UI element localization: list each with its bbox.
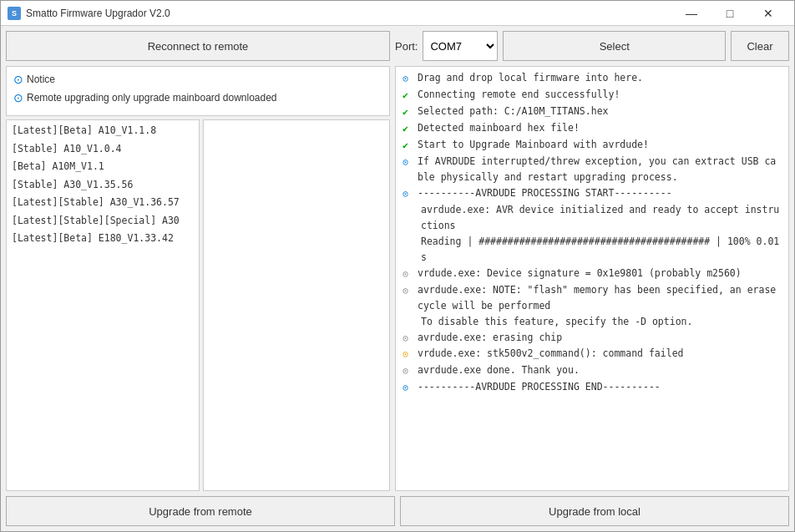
log-icon: ⊙ — [403, 380, 414, 396]
right-top-area: Port: COM7 COM1 COM2 COM3 COM4 COM5 COM6… — [395, 31, 789, 61]
log-icon: ✔ — [403, 121, 414, 137]
log-text: avrdude.exe: AVR device initialized and … — [421, 202, 782, 234]
log-line: avrdude.exe: AVR device initialized and … — [403, 202, 782, 234]
log-icon: ⊙ — [403, 186, 414, 202]
title-bar: S Smatto Firmware Upgrador V2.0 — □ ✕ — [1, 1, 794, 26]
log-text: Reading | ##############################… — [421, 234, 782, 266]
notice-line-2: ⊙ Remote upgrading only upgrade mainboar… — [13, 89, 382, 107]
firmware-list[interactable]: [Latest][Beta] A10_V1.1.8[Stable] A10_V1… — [6, 119, 200, 491]
maximize-button[interactable]: □ — [711, 1, 749, 26]
log-text: To disable this feature, specify the -D … — [421, 314, 692, 330]
log-line: To disable this feature, specify the -D … — [403, 314, 782, 330]
log-text: Connecting remote end successfully! — [418, 87, 620, 103]
reconnect-button[interactable]: Reconnect to remote — [6, 31, 390, 61]
log-text: Drag and drop local firmware into here. — [418, 70, 643, 86]
list-item[interactable]: [Latest][Beta] E180_V1.33.42 — [10, 230, 195, 248]
port-select[interactable]: COM7 COM1 COM2 COM3 COM4 COM5 COM6 COM8 — [423, 31, 498, 61]
left-top-area: Reconnect to remote — [6, 31, 390, 61]
log-line: ⊙----------AVRDUDE PROCESSING END-------… — [403, 379, 782, 396]
log-text: Start to Upgrade Mainboard with avrdude! — [418, 137, 649, 153]
list-item[interactable]: [Stable] A30_V1.35.56 — [10, 176, 195, 195]
firmware-detail — [203, 119, 390, 491]
log-icon: ⊙ — [403, 347, 414, 362]
log-line: ⊙If AVRDUDE interrupted/threw exception,… — [403, 154, 782, 185]
content-area: Reconnect to remote Port: COM7 COM1 COM2… — [1, 26, 794, 531]
log-line: ✔Selected path: C:/A10M_TITANS.hex — [403, 104, 782, 120]
upgrade-remote-button[interactable]: Upgrade from remote — [6, 496, 395, 526]
clear-button[interactable]: Clear — [731, 31, 789, 61]
notice-text-1: Notice — [27, 72, 55, 88]
log-line: ✔Start to Upgrade Mainboard with avrdude… — [403, 137, 782, 154]
log-text: avrdude.exe: NOTE: "flash" memory has be… — [418, 282, 782, 314]
log-line: ⊙avrdude.exe: erasing chip — [403, 330, 782, 347]
log-icon: ⊙ — [403, 363, 414, 379]
window-title: Smatto Firmware Upgrador V2.0 — [26, 8, 672, 19]
log-line: ⊙avrdude.exe: NOTE: "flash" memory has b… — [403, 282, 782, 314]
list-item[interactable]: [Latest][Stable] A30_V1.36.57 — [10, 194, 195, 212]
log-text: If AVRDUDE interrupted/threw exception, … — [418, 154, 782, 185]
right-panel: ⊙Drag and drop local firmware into here.… — [395, 66, 789, 491]
notice-text-2: Remote upgrading only upgrade mainboard … — [27, 90, 277, 106]
left-panel: ⊙ Notice ⊙ Remote upgrading only upgrade… — [6, 66, 390, 491]
log-icon: ✔ — [403, 138, 414, 154]
close-button[interactable]: ✕ — [749, 1, 787, 26]
log-icon: ⊙ — [403, 155, 414, 170]
minimize-button[interactable]: — — [672, 1, 711, 26]
bottom-bar: Upgrade from remote Upgrade from local — [6, 496, 789, 526]
app-icon: S — [8, 7, 21, 20]
notice-box: ⊙ Notice ⊙ Remote upgrading only upgrade… — [6, 66, 390, 116]
log-text: ----------AVRDUDE PROCESSING START------… — [418, 185, 672, 201]
log-line: ⊙Drag and drop local firmware into here. — [403, 70, 782, 87]
log-line: ⊙----------AVRDUDE PROCESSING START-----… — [403, 185, 782, 202]
log-text: vrdude.exe: stk500v2_command(): command … — [418, 346, 684, 362]
notice-line-1: ⊙ Notice — [13, 70, 382, 89]
top-bar: Reconnect to remote Port: COM7 COM1 COM2… — [6, 31, 789, 61]
firmware-split: [Latest][Beta] A10_V1.1.8[Stable] A10_V1… — [6, 119, 390, 491]
port-label: Port: — [395, 40, 418, 53]
log-icon: ⊙ — [403, 266, 414, 282]
log-text: Selected path: C:/A10M_TITANS.hex — [418, 104, 608, 119]
select-button[interactable]: Select — [503, 31, 726, 61]
notice-bullet-1: ⊙ — [13, 70, 23, 89]
log-icon: ⊙ — [403, 283, 414, 299]
list-item[interactable]: [Latest][Stable][Special] A30 — [10, 212, 195, 231]
list-item[interactable]: [Latest][Beta] A10_V1.1.8 — [10, 122, 195, 140]
log-box[interactable]: ⊙Drag and drop local firmware into here.… — [395, 66, 789, 491]
log-icon: ✔ — [403, 88, 414, 104]
log-line: ✔Connecting remote end successfully! — [403, 87, 782, 104]
log-text: avrdude.exe: erasing chip — [418, 330, 562, 346]
log-line: ⊙avrdude.exe done. Thank you. — [403, 362, 782, 379]
log-icon: ⊙ — [403, 331, 414, 347]
log-text: ----------AVRDUDE PROCESSING END--------… — [418, 379, 661, 395]
log-icon: ⊙ — [403, 71, 414, 87]
log-line: ✔Detected mainboard hex file! — [403, 120, 782, 137]
list-item[interactable]: [Beta] A10M_V1.1 — [10, 158, 195, 176]
log-line: ⊙vrdude.exe: Device signature = 0x1e9801… — [403, 266, 782, 282]
log-icon: ✔ — [403, 104, 414, 120]
list-item[interactable]: [Stable] A10_V1.0.4 — [10, 140, 195, 159]
main-window: S Smatto Firmware Upgrador V2.0 — □ ✕ Re… — [0, 0, 795, 532]
log-text: vrdude.exe: Device signature = 0x1e9801 … — [418, 266, 742, 281]
upgrade-local-button[interactable]: Upgrade from local — [400, 496, 789, 526]
log-text: avrdude.exe done. Thank you. — [418, 362, 580, 378]
main-area: ⊙ Notice ⊙ Remote upgrading only upgrade… — [6, 66, 789, 491]
window-controls: — □ ✕ — [672, 1, 787, 26]
log-line: ⊙vrdude.exe: stk500v2_command(): command… — [403, 346, 782, 362]
log-text: Detected mainboard hex file! — [418, 120, 580, 136]
notice-bullet-2: ⊙ — [13, 89, 23, 107]
log-line: Reading | ##############################… — [403, 234, 782, 266]
